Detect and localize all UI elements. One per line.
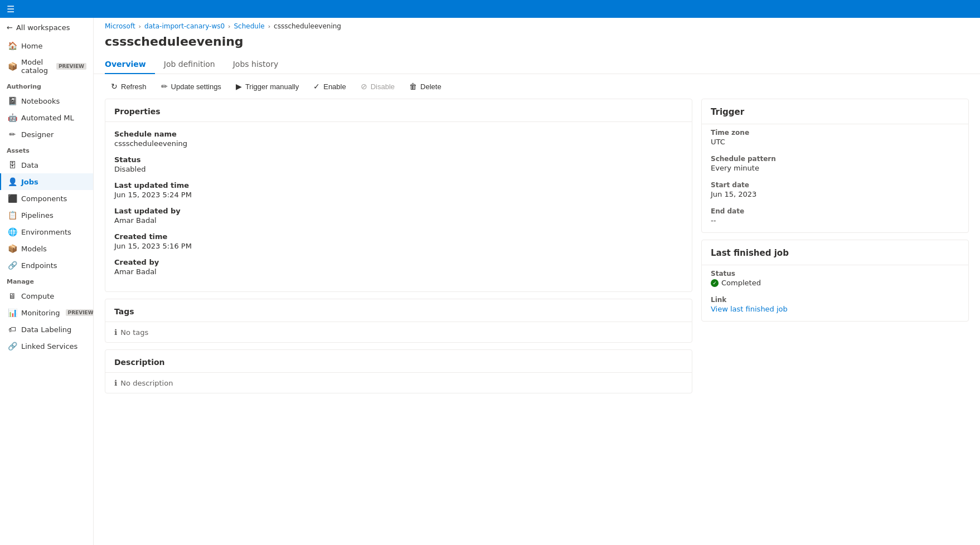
view-last-finished-job-link[interactable]: View last finished job [711,305,788,313]
breadcrumb: Microsoft › data-import-canary-ws0 › Sch… [94,18,980,32]
components-icon: ⬛ [8,194,17,203]
edit-icon: ✏ [161,82,168,91]
breadcrumb-workspace[interactable]: data-import-canary-ws0 [144,22,225,30]
sidebar-item-automated-ml[interactable]: 🤖 Automated ML [0,109,93,126]
sidebar-item-pipelines[interactable]: 📋 Pipelines [0,207,93,223]
tab-job-definition[interactable]: Job definition [155,55,224,74]
data-icon: 🗄 [8,160,17,169]
models-icon: 📦 [8,244,17,253]
sidebar-item-components[interactable]: ⬛ Components [0,190,93,207]
trigger-manually-button[interactable]: ▶ Trigger manually [230,79,305,94]
preview-badge: PREVIEW [56,63,86,70]
delete-icon: 🗑 [409,82,417,91]
data-labeling-icon: 🏷 [8,325,17,334]
sidebar-item-endpoints[interactable]: 🔗 Endpoints [0,257,93,274]
monitoring-icon: 📊 [8,308,17,317]
sidebar-item-compute[interactable]: 🖥 Compute [0,288,93,304]
enable-icon: ✓ [313,82,320,91]
sidebar-item-label: Environments [21,228,71,236]
sidebar-item-jobs[interactable]: 👤 Jobs [0,173,93,190]
description-empty-message: ℹ No description [105,373,692,393]
assets-section-label: Assets [0,143,93,157]
prop-value-created-by: Amar Badal [114,267,683,276]
sidebar-item-home[interactable]: 🏠 Home [0,37,93,54]
sidebar-item-data-labeling[interactable]: 🏷 Data Labeling [0,321,93,338]
prop-last-updated-time: Last updated time Jun 15, 2023 5:24 PM [114,181,683,199]
trigger-start-date-value: Jun 15, 2023 [711,190,959,198]
trigger-end-date-label: End date [711,207,959,215]
trigger-schedule-pattern-value: Every minute [711,164,959,172]
sidebar-item-environments[interactable]: 🌐 Environments [0,223,93,240]
breadcrumb-microsoft[interactable]: Microsoft [105,22,135,30]
tabs-container: Overview Job definition Jobs history [94,55,980,74]
jobs-icon: 👤 [8,177,17,186]
back-arrow-icon: ← [7,23,13,32]
right-column: Trigger Time zone UTC Schedule pattern E… [701,99,969,534]
properties-card-header: Properties [105,99,692,122]
content-grid: Properties Schedule name cssscheduleeven… [105,99,969,534]
authoring-section-label: Authoring [0,79,93,93]
prop-label-last-updated-by: Last updated by [114,207,683,215]
page-title: cssscheduleevening [94,32,980,55]
trigger-schedule-pattern-label: Schedule pattern [711,155,959,163]
sidebar-item-linked-services[interactable]: 🔗 Linked Services [0,338,93,354]
delete-button[interactable]: 🗑 Delete [403,79,448,94]
description-card: Description ℹ No description [105,349,692,393]
sidebar-item-notebooks[interactable]: 📓 Notebooks [0,93,93,109]
prop-value-schedule-name: cssscheduleevening [114,139,683,148]
prop-label-schedule-name: Schedule name [114,130,683,138]
tab-overview[interactable]: Overview [105,55,155,74]
trigger-section-title: Trigger [702,99,968,124]
sidebar-item-models[interactable]: 📦 Models [0,240,93,257]
tags-card-header: Tags [105,299,692,322]
prop-value-created-time: Jun 15, 2023 5:16 PM [114,242,683,250]
status-completed-text: Completed [721,279,761,287]
last-job-link: Link View last finished job [702,291,968,321]
description-empty-label: No description [120,379,173,387]
last-finished-job-card: Last finished job Status Completed [701,240,969,322]
environments-icon: 🌐 [8,227,17,236]
sidebar-item-label: Notebooks [21,97,60,105]
sidebar-item-monitoring[interactable]: 📊 Monitoring PREVIEW [0,304,93,321]
sidebar-item-label: Home [21,42,42,50]
description-card-header: Description [105,350,692,373]
prop-created-by: Created by Amar Badal [114,258,683,276]
tags-empty-message: ℹ No tags [105,322,692,342]
prop-value-last-updated-time: Jun 15, 2023 5:24 PM [114,191,683,199]
automated-ml-icon: 🤖 [8,113,17,122]
hamburger-menu-icon[interactable]: ☰ [7,4,14,14]
last-job-section-title: Last finished job [702,240,968,265]
update-settings-button[interactable]: ✏ Update settings [155,79,227,94]
notebooks-icon: 📓 [8,96,17,105]
top-bar: ☰ [0,0,980,18]
refresh-button[interactable]: ↻ Refresh [105,79,153,94]
info-icon-description: ℹ [114,378,117,387]
prop-label-last-updated-time: Last updated time [114,181,683,189]
enable-button[interactable]: ✓ Enable [307,79,352,94]
sidebar-item-designer[interactable]: ✏️ Designer [0,126,93,143]
sidebar-item-label: Components [21,194,67,203]
last-job-status-value: Completed [711,279,959,287]
last-job-status-label: Status [711,270,959,278]
breadcrumb-sep-3: › [268,23,270,30]
sidebar-item-label: Data Labeling [21,325,71,334]
breadcrumb-schedule[interactable]: Schedule [234,22,265,30]
refresh-icon: ↻ [111,82,118,91]
trigger-timezone: Time zone UTC [702,124,968,150]
compute-icon: 🖥 [8,291,17,300]
prop-label-status: Status [114,155,683,164]
back-to-workspaces[interactable]: ← All workspaces [0,18,93,37]
sidebar-item-label: Compute [21,292,54,300]
sidebar-item-model-catalog[interactable]: 📦 Model catalog PREVIEW [0,54,93,79]
tab-jobs-history[interactable]: Jobs history [224,55,287,74]
prop-label-created-by: Created by [114,258,683,266]
trigger-timezone-value: UTC [711,138,959,146]
prop-created-time: Created time Jun 15, 2023 5:16 PM [114,232,683,250]
designer-icon: ✏️ [8,130,17,139]
sidebar-item-data[interactable]: 🗄 Data [0,157,93,173]
sidebar-item-label: Models [21,245,47,253]
tags-empty-label: No tags [120,328,148,337]
linked-services-icon: 🔗 [8,342,17,351]
disable-icon: ⊘ [361,82,367,91]
prop-value-status: Disabled [114,165,683,173]
